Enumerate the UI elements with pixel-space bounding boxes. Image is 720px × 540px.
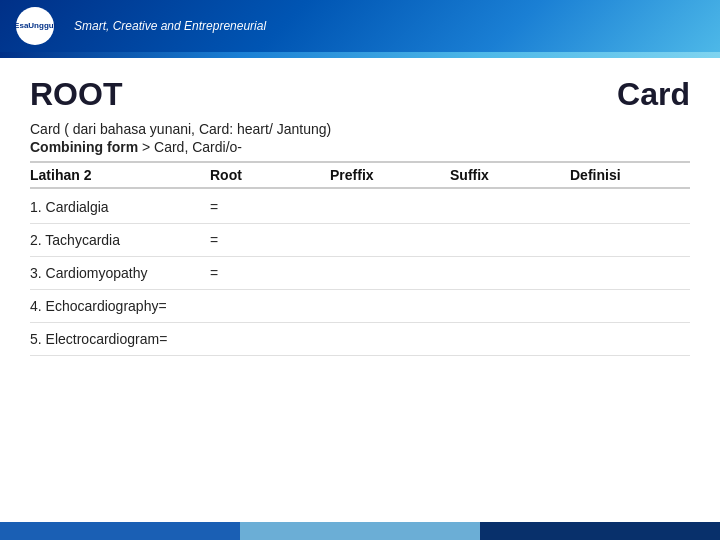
table-row: 3. Cardiomyopathy= <box>30 257 690 290</box>
col-header-latihan: Latihan 2 <box>30 167 210 183</box>
table-row: 1. Cardialgia= <box>30 191 690 224</box>
col-header-preffix: Preffix <box>330 167 450 183</box>
col-header-suffix: Suffix <box>450 167 570 183</box>
cell-term: 4. Echocardiography= <box>30 298 210 314</box>
table-row: 4. Echocardiography= <box>30 290 690 323</box>
info-line2: Combining form > Card, Cardi/o- <box>30 139 690 155</box>
combining-form-value: > Card, Cardi/o- <box>142 139 242 155</box>
col-header-root: Root <box>210 167 330 183</box>
footer-bar-blue <box>0 522 240 540</box>
cell-term: 3. Cardiomyopathy <box>30 265 210 281</box>
cell-root: = <box>210 232 330 248</box>
table-row: 5. Electrocardiogram= <box>30 323 690 356</box>
header: Esa Unggul Smart, Creative and Entrepren… <box>0 0 720 52</box>
title-row: ROOT Card <box>30 76 690 113</box>
footer-bar-dark <box>480 522 720 540</box>
logo-text-line1: Esa <box>14 22 28 31</box>
table-row: 2. Tachycardia= <box>30 224 690 257</box>
cell-root: = <box>210 265 330 281</box>
cell-term: 5. Electrocardiogram= <box>30 331 210 347</box>
header-tagline: Smart, Creative and Entrepreneurial <box>74 19 266 33</box>
title-card: Card <box>617 76 690 113</box>
cell-term: 2. Tachycardia <box>30 232 210 248</box>
col-header-definisi: Definisi <box>570 167 690 183</box>
logo-text-line2: Unggul <box>28 22 56 31</box>
title-root: ROOT <box>30 76 122 113</box>
logo-area: Esa Unggul <box>16 7 54 45</box>
info-line1: Card ( dari bahasa yunani, Card: heart/ … <box>30 121 690 137</box>
main-content: ROOT Card Card ( dari bahasa yunani, Car… <box>0 58 720 366</box>
cell-root: = <box>210 199 330 215</box>
combining-form-label: Combining form <box>30 139 138 155</box>
table-body: 1. Cardialgia=2. Tachycardia=3. Cardiomy… <box>30 191 690 356</box>
footer <box>0 522 720 540</box>
footer-bar-light <box>240 522 480 540</box>
cell-term: 1. Cardialgia <box>30 199 210 215</box>
table-header: Latihan 2 Root Preffix Suffix Definisi <box>30 161 690 189</box>
logo-icon: Esa Unggul <box>16 7 54 45</box>
